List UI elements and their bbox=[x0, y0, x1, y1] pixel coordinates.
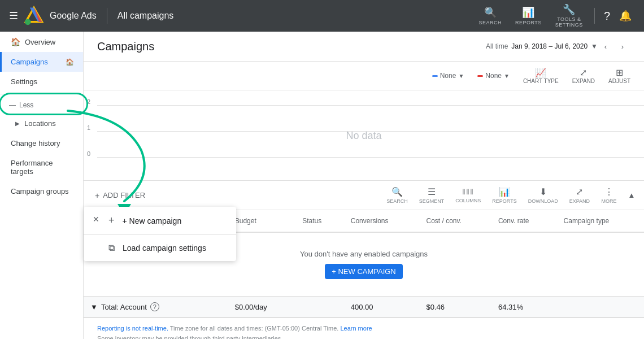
expand-chart-btn[interactable]: ⤢ EXPAND bbox=[568, 65, 599, 86]
segment1-label: None bbox=[440, 72, 456, 80]
sidebar-label-change-history: Change history bbox=[11, 139, 60, 147]
sidebar-less-toggle[interactable]: — Less bbox=[0, 97, 83, 114]
search-nav-btn[interactable]: 🔍 SEARCH bbox=[473, 3, 508, 29]
new-campaign-cta-button[interactable]: + NEW CAMPAIGN bbox=[325, 264, 403, 279]
expand-toolbar-icon: ⤢ bbox=[576, 186, 583, 197]
nav-icons: 🔍 SEARCH 📊 REPORTS 🔧 TOOLS &SETTINGS ? 🔔 bbox=[473, 0, 636, 32]
footer-line2: Some inventory may be provided through t… bbox=[97, 334, 630, 339]
sidebar-label-locations: Locations bbox=[24, 119, 56, 128]
expand-icon: ⤢ bbox=[580, 67, 587, 78]
load-campaign-settings-menu-item[interactable]: ⧉ Load campaign settings bbox=[84, 235, 236, 261]
add-filter-icon: + bbox=[95, 191, 99, 200]
sidebar-label-overview: Overview bbox=[25, 38, 55, 46]
collapse-panel-btn[interactable]: ▲ bbox=[624, 188, 639, 203]
more-toolbar-btn[interactable]: ⋮ MORE bbox=[597, 184, 621, 206]
sidebar-item-settings[interactable]: Settings bbox=[0, 72, 83, 92]
segment-toolbar-btn[interactable]: ☰ SEGMENT bbox=[415, 184, 449, 206]
chart-area: 2 1 0 No data bbox=[84, 90, 644, 181]
y-label-0: 0 bbox=[87, 150, 90, 157]
overview-icon: 🏠 bbox=[11, 37, 20, 46]
total-cost-conv-cell: $0.46 bbox=[419, 297, 491, 318]
add-filter-label: ADD FILTER bbox=[103, 191, 145, 199]
adjust-chart-btn[interactable]: ⊞ ADJUST bbox=[604, 65, 635, 86]
col-budget: Budget bbox=[228, 210, 296, 232]
segment1-btn[interactable]: None ▼ bbox=[428, 69, 469, 82]
dropdown-close-button[interactable]: ✕ bbox=[88, 211, 104, 227]
tools-nav-btn[interactable]: 🔧 TOOLS &SETTINGS bbox=[550, 0, 589, 32]
campaigns-home-icon: 🏠 bbox=[66, 58, 74, 66]
less-label: Less bbox=[19, 101, 33, 109]
sidebar-label-settings: Settings bbox=[11, 77, 37, 86]
expand-toolbar-btn[interactable]: ⤢ EXPAND bbox=[565, 184, 594, 206]
table-toolbar: + ADD FILTER 🔍 SEARCH ☰ SEGMENT ⦀⦀⦀ COLU… bbox=[84, 181, 644, 210]
footer-timezone-text: Time zone for all dates and times: (GMT-… bbox=[170, 325, 339, 332]
search-toolbar-label: SEARCH bbox=[386, 198, 408, 204]
download-toolbar-label: DOWNLOAD bbox=[528, 198, 558, 204]
expand-toolbar-label: EXPAND bbox=[569, 198, 590, 204]
sidebar-item-campaigns[interactable]: Campaigns 🏠 bbox=[0, 52, 83, 72]
close-icon: ✕ bbox=[93, 215, 99, 224]
brand-name: Google Ads bbox=[50, 11, 97, 21]
col-status: Status bbox=[295, 210, 344, 232]
sidebar: 🏠 Overview Campaigns 🏠 Settings — Less ▶… bbox=[0, 32, 84, 339]
adjust-icon: ⊞ bbox=[616, 67, 623, 78]
total-account-row: ▼ Total: Account ? $0.00/day 400.00 $0.4… bbox=[84, 297, 644, 318]
total-expand-icon[interactable]: ▼ bbox=[90, 303, 98, 311]
add-filter-button[interactable]: + ADD FILTER bbox=[88, 189, 152, 202]
search-toolbar-btn[interactable]: 🔍 SEARCH bbox=[382, 184, 412, 206]
hamburger-menu[interactable]: ☰ bbox=[9, 10, 18, 22]
total-budget-cell: $0.00/day bbox=[228, 297, 296, 318]
top-navigation: ☰ Google Ads All campaigns 🔍 SEARCH 📊 RE… bbox=[0, 0, 644, 32]
date-range-label: All time bbox=[486, 42, 508, 50]
date-range-selector[interactable]: All time Jan 9, 2018 – Jul 6, 2020 ▼ bbox=[486, 42, 598, 50]
sidebar-item-change-history[interactable]: Change history bbox=[0, 133, 83, 153]
segment2-dot bbox=[477, 75, 483, 77]
new-campaign-menu-label: + New campaign bbox=[123, 216, 182, 225]
segment2-btn[interactable]: None ▼ bbox=[473, 69, 514, 82]
total-campaign-type-cell bbox=[557, 297, 644, 318]
search-icon: 🔍 bbox=[484, 6, 497, 19]
download-toolbar-btn[interactable]: ⬇ DOWNLOAD bbox=[524, 184, 563, 206]
sidebar-label-performance-targets: Performance targets bbox=[11, 159, 74, 176]
reports-nav-btn[interactable]: 📊 REPORTS bbox=[510, 3, 547, 29]
sidebar-item-locations[interactable]: ▶ Locations bbox=[0, 114, 83, 133]
columns-toolbar-icon: ⦀⦀⦀ bbox=[462, 187, 474, 197]
help-icon[interactable]: ? bbox=[601, 6, 613, 26]
next-date-button[interactable]: › bbox=[615, 38, 630, 54]
footer-line1: Reporting is not real-time. Time zone fo… bbox=[97, 324, 630, 334]
y-label-1: 1 bbox=[87, 124, 90, 131]
reports-toolbar-icon: 📊 bbox=[499, 186, 510, 197]
segment1-chevron-icon: ▼ bbox=[458, 73, 464, 79]
reports-toolbar-btn[interactable]: 📊 REPORTS bbox=[488, 184, 521, 206]
chart-gridline-2 bbox=[97, 105, 644, 106]
chart-type-btn[interactable]: 📈 CHART TYPE bbox=[519, 65, 563, 86]
columns-toolbar-label: COLUMNS bbox=[455, 198, 481, 203]
total-label: Total: Account bbox=[101, 303, 147, 311]
sidebar-item-overview[interactable]: 🏠 Overview bbox=[0, 32, 83, 52]
tools-icon: 🔧 bbox=[563, 3, 575, 16]
sidebar-item-performance-targets[interactable]: Performance targets bbox=[0, 153, 83, 181]
sidebar-item-campaign-groups[interactable]: Campaign groups bbox=[0, 181, 83, 201]
reports-label: REPORTS bbox=[515, 20, 542, 25]
sidebar-label-campaign-groups: Campaign groups bbox=[11, 187, 69, 195]
segment-toolbar-label: SEGMENT bbox=[419, 198, 445, 204]
new-campaign-menu-item[interactable]: + + New campaign bbox=[84, 207, 236, 234]
chart-type-label: CHART TYPE bbox=[523, 78, 559, 84]
segment1-dot bbox=[432, 75, 438, 77]
new-campaign-cta-label: + NEW CAMPAIGN bbox=[332, 267, 396, 276]
chart-type-icon: 📈 bbox=[535, 67, 546, 78]
google-ads-logo bbox=[24, 6, 44, 26]
nav-divider bbox=[107, 8, 107, 24]
total-conv-rate-cell: 64.31% bbox=[491, 297, 557, 318]
page-footer: Reporting is not real-time. Time zone fo… bbox=[84, 318, 644, 339]
page-title: Campaigns bbox=[97, 40, 486, 53]
columns-toolbar-btn[interactable]: ⦀⦀⦀ COLUMNS bbox=[451, 185, 485, 206]
total-info-icon[interactable]: ? bbox=[150, 302, 159, 311]
date-range-dropdown-icon: ▼ bbox=[591, 42, 598, 50]
prev-date-button[interactable]: ‹ bbox=[598, 38, 613, 54]
app-body: 🏠 Overview Campaigns 🏠 Settings — Less ▶… bbox=[0, 32, 644, 339]
more-toolbar-label: MORE bbox=[602, 198, 617, 204]
footer-learn-more-link[interactable]: Learn more bbox=[340, 325, 372, 332]
expand-label: EXPAND bbox=[572, 78, 595, 84]
notification-bell-icon[interactable]: 🔔 bbox=[616, 6, 635, 25]
